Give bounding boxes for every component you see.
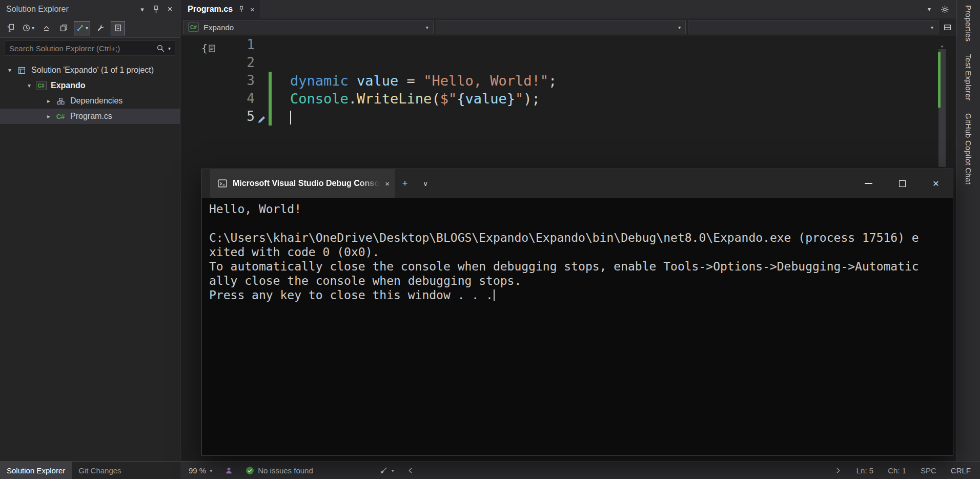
minimize-button[interactable] [851, 169, 885, 198]
member-dropdown[interactable]: ▾ [688, 20, 938, 34]
code-text [290, 108, 291, 126]
pin-icon[interactable] [149, 3, 163, 16]
close-button[interactable]: × [919, 169, 953, 198]
change-overview-mark [938, 52, 941, 108]
close-icon[interactable]: × [163, 3, 177, 16]
line-ending-indicator[interactable]: CRLF [951, 466, 971, 475]
tree-item-expando[interactable]: ▾C#Expando [0, 78, 180, 93]
line-number: 4 [180, 90, 255, 108]
console-tab[interactable]: Microsoft Visual Studio Debug Console × [210, 169, 395, 198]
change-indicator [269, 108, 272, 126]
console-line: C:\Users\khair\OneDrive\Desktop\BLOGS\Ex… [209, 231, 946, 245]
code-line[interactable]: 3dynamic value = "Hello, World!"; [180, 72, 956, 90]
chevron-down-icon: ▾ [210, 468, 212, 473]
console-output[interactable]: Hello, World!C:\Users\khair\OneDrive\Des… [202, 198, 953, 306]
console-titlebar[interactable]: Microsoft Visual Studio Debug Console × … [202, 169, 953, 198]
code-line[interactable]: 5 [180, 108, 956, 126]
navigation-bar: C# Expando ▾ ▾ ▾ [180, 18, 956, 36]
bottom-tab-solution-explorer[interactable]: Solution Explorer [0, 462, 72, 479]
status-right-group: Ln: 5 Ch: 1 SPC CRLF [833, 466, 971, 475]
brace-glyph: { [201, 39, 208, 57]
tab-dropdown-chevron-icon[interactable]: ∨ [415, 169, 436, 198]
show-all-files-icon[interactable] [56, 21, 71, 35]
twisty-expanded-icon[interactable]: ▾ [4, 67, 15, 74]
twisty-expanded-icon[interactable]: ▾ [24, 82, 35, 89]
gear-icon[interactable] [937, 0, 952, 18]
search-icon[interactable] [156, 44, 165, 53]
close-icon[interactable]: × [385, 179, 390, 188]
solution-explorer-header: Solution Explorer ▾ × [0, 0, 180, 18]
tab-program-cs[interactable]: Program.cs × [180, 0, 260, 18]
line-indicator[interactable]: Ln: 5 [856, 466, 873, 475]
code-line[interactable]: 2 [180, 54, 956, 72]
project-dropdown-label: Expando [203, 23, 234, 32]
change-indicator [269, 72, 272, 90]
sync-selection-toggle[interactable]: ▾ [74, 21, 90, 35]
brace-document-icon[interactable]: { [201, 39, 215, 57]
console-line: Hello, World! [209, 202, 946, 216]
feedback-icon[interactable] [224, 466, 233, 475]
rail-tab-github-copilot-chat[interactable]: GitHub Copilot Chat [964, 113, 973, 184]
chevron-down-icon: ▾ [931, 25, 933, 30]
sync-with-active-document-icon[interactable] [3, 21, 17, 35]
split-editor-icon[interactable] [940, 23, 955, 32]
pin-icon[interactable] [238, 6, 245, 13]
console-line: To automatically close the console when … [209, 259, 946, 274]
preview-selected-items-toggle[interactable] [111, 21, 125, 35]
pending-changes-filter-icon[interactable]: ▾ [21, 21, 36, 35]
solution-icon [15, 66, 28, 75]
tree-item-label: Dependencies [70, 96, 122, 106]
chevron-down-icon[interactable]: ▾ [135, 3, 149, 16]
zoom-select[interactable]: 99 % ▾ [189, 466, 212, 475]
chevron-down-icon: ▾ [392, 468, 394, 473]
code-line[interactable]: 4Console.WriteLine($"{value}"); [180, 90, 956, 108]
dependencies-icon [54, 97, 67, 106]
tab-strip-spacer [260, 0, 922, 18]
tree-item-label: Expando [51, 81, 86, 90]
issues-status[interactable]: No issues found [246, 466, 313, 475]
twisty-collapsed-icon[interactable]: ▸ [43, 113, 54, 120]
tree-item-dependencies[interactable]: ▸Dependencies [0, 93, 180, 109]
titlebar-drag-area[interactable] [436, 169, 851, 198]
tree-item-program-cs[interactable]: ▸C#Program.cs [0, 109, 180, 124]
edit-pencil-icon [257, 111, 267, 129]
code-cleanup-button[interactable]: ▾ [379, 466, 394, 475]
bottom-row: Solution ExplorerGit Changes 99 % ▾ No i… [0, 461, 980, 479]
code-line[interactable]: 1 [180, 36, 956, 54]
properties-wrench-icon[interactable] [93, 21, 108, 35]
project-dropdown[interactable]: C# Expando ▾ [183, 20, 434, 34]
chevron-left-icon[interactable] [406, 466, 415, 475]
line-number: 2 [180, 54, 255, 72]
line-number: 5 [180, 108, 255, 126]
close-icon[interactable]: × [250, 5, 255, 14]
panel-bottom-tabs: Solution ExplorerGit Changes [0, 462, 180, 479]
zoom-value: 99 % [189, 466, 206, 475]
chevron-down-icon: ▾ [678, 25, 681, 30]
chevron-down-icon[interactable]: ▾ [168, 46, 171, 51]
minimize-icon [865, 183, 872, 184]
csharp-project-icon: C# [35, 81, 47, 90]
tree-item-solution-expando-1-of-1-project[interactable]: ▾Solution 'Expando' (1 of 1 project) [0, 63, 180, 78]
rail-tab-test-explorer[interactable]: Test Explorer [964, 54, 973, 100]
type-dropdown[interactable]: ▾ [436, 20, 686, 34]
chevron-down-icon: ▾ [32, 25, 34, 31]
column-indicator[interactable]: Ch: 1 [888, 466, 906, 475]
new-tab-button[interactable]: + [395, 169, 415, 198]
chevron-down-icon: ▾ [86, 25, 88, 31]
text-cursor [494, 289, 495, 301]
search-input[interactable] [9, 44, 153, 53]
search-box: ▾ [5, 40, 175, 56]
twisty-collapsed-icon[interactable]: ▸ [43, 97, 54, 105]
bottom-tab-git-changes[interactable]: Git Changes [72, 462, 128, 479]
rail-tab-properties[interactable]: Properties [964, 5, 973, 41]
chevron-right-icon[interactable] [833, 466, 842, 475]
spaces-indicator[interactable]: SPC [921, 466, 936, 475]
debug-console-window: Microsoft Visual Studio Debug Console × … [201, 169, 953, 456]
tree-item-label: Solution 'Expando' (1 of 1 project) [31, 66, 154, 75]
maximize-button[interactable] [885, 169, 919, 198]
code-lines: 123dynamic value = "Hello, World!";4Cons… [180, 36, 956, 126]
solution-explorer-panel: Solution Explorer ▾ × ▾ [0, 0, 180, 461]
collapse-all-icon[interactable] [39, 21, 53, 35]
line-number: 3 [180, 72, 255, 90]
tab-list-chevron-icon[interactable]: ▾ [922, 0, 937, 18]
